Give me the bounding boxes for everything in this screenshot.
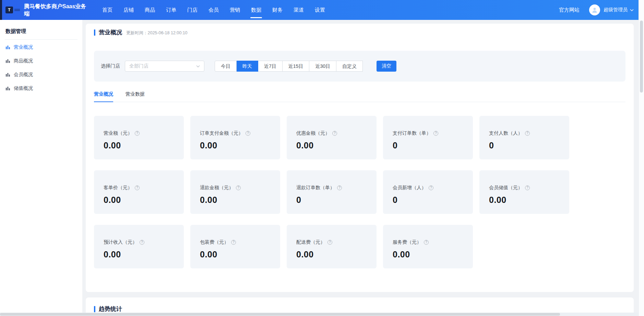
help-icon[interactable]: ? — [332, 131, 337, 136]
help-icon[interactable]: ? — [231, 240, 236, 245]
nav-item-label: 会员 — [208, 7, 219, 13]
nav-item[interactable]: 渠道 — [288, 0, 309, 20]
date-range-button[interactable]: 自定义 — [336, 61, 363, 72]
help-icon[interactable]: ? — [525, 185, 530, 190]
divider — [5, 39, 77, 40]
stat-card-label: 营业额（元） — [104, 130, 132, 136]
app-logo[interactable]: T — [5, 7, 20, 13]
help-icon[interactable]: ? — [327, 240, 332, 245]
vertical-scrollbar-thumb[interactable] — [640, 21, 643, 93]
date-range-button[interactable]: 近30日 — [309, 61, 336, 72]
nav-item-label: 渠道 — [294, 7, 304, 13]
stat-card-value: 0.00 — [296, 141, 371, 150]
nav-item-label: 数据 — [251, 7, 261, 13]
horizontal-scrollbar-thumb[interactable] — [0, 313, 560, 316]
date-range-button[interactable]: 昨天 — [237, 61, 258, 72]
official-site-link[interactable]: 官方网站 — [559, 7, 580, 13]
nav-item[interactable]: 设置 — [309, 0, 331, 20]
sidebar-item[interactable]: 会员概况 — [0, 68, 82, 82]
sidebar: 数据管理 营业概况 商品概况 会员概况 — [0, 20, 82, 316]
help-icon[interactable]: ? — [424, 240, 429, 245]
stat-card-value: 0 — [393, 195, 467, 205]
sidebar-item-label: 储值概况 — [14, 85, 33, 92]
stat-label-row: 营业额（元） ? — [104, 130, 178, 136]
sidebar-item[interactable]: 储值概况 — [0, 82, 82, 95]
stat-label-row: 包装费（元） ? — [200, 239, 275, 245]
clear-button[interactable]: 清空 — [377, 61, 396, 72]
stat-card-value: 0.00 — [200, 250, 275, 259]
nav-item[interactable]: 商品 — [139, 0, 160, 20]
stat-card-label: 预计收入（元） — [104, 239, 137, 245]
logo-subtext — [14, 8, 20, 12]
stat-card: 支付人数（人） ? 0 — [479, 116, 569, 159]
stat-card: 客单价（元） ? 0.00 — [94, 170, 184, 214]
nav-item-label: 首页 — [102, 7, 112, 13]
stat-label-row: 退款订单数（单） ? — [296, 185, 371, 191]
nav-item[interactable]: 首页 — [97, 0, 118, 20]
nav-item[interactable]: 会员 — [203, 0, 224, 20]
help-icon[interactable]: ? — [433, 131, 438, 136]
nav-item[interactable]: 财务 — [267, 0, 288, 20]
page-title: 营业概况 — [99, 28, 122, 36]
nav-item[interactable]: 数据 — [246, 0, 267, 20]
help-icon[interactable]: ? — [236, 185, 241, 190]
nav-item[interactable]: 订单 — [160, 0, 182, 20]
stat-card: 服务费（元） ? 0.00 — [383, 225, 473, 268]
stat-label-row: 订单支付金额（元） ? — [200, 130, 275, 136]
stat-card-value: 0.00 — [393, 250, 467, 259]
help-icon[interactable]: ? — [135, 131, 140, 136]
stat-card-value: 0.00 — [200, 141, 275, 150]
logo-icon: T — [5, 7, 13, 13]
horizontal-scrollbar[interactable] — [0, 313, 639, 316]
tab-bar: 营业概况 营业数据 — [94, 91, 625, 102]
stat-card-value: 0.00 — [104, 195, 178, 205]
date-range-button[interactable]: 近15日 — [283, 61, 310, 72]
help-icon[interactable]: ? — [429, 185, 433, 190]
stat-card-label: 服务费（元） — [393, 239, 421, 245]
vertical-scrollbar[interactable] — [639, 0, 644, 316]
user-name[interactable]: 超级管理员 — [604, 7, 628, 13]
stat-card: 退款金额（元） ? 0.00 — [190, 170, 280, 214]
stat-card-label: 支付人数（人） — [489, 130, 523, 136]
date-range-button[interactable]: 今日 — [215, 61, 237, 72]
nav-item[interactable]: 店铺 — [118, 0, 139, 20]
store-select-value: 全部门店 — [129, 63, 196, 69]
help-icon[interactable]: ? — [135, 185, 140, 190]
nav-item-label: 营销 — [230, 7, 240, 13]
sidebar-item[interactable]: 营业概况 — [0, 40, 82, 54]
bar-chart-icon — [5, 86, 10, 91]
navbar-edge-accent — [0, 0, 2, 20]
sidebar-item[interactable]: 商品概况 — [0, 54, 82, 68]
main-nav: 首页 店铺 商品 订单 门店 会员 营销 — [97, 0, 331, 20]
stat-label-row: 会员储值（元） ? — [489, 185, 564, 191]
chevron-down-icon[interactable] — [630, 9, 634, 11]
tab[interactable]: 营业数据 — [126, 91, 145, 102]
stat-card-label: 客单价（元） — [104, 185, 132, 191]
stat-card-label: 订单支付金额（元） — [200, 130, 243, 136]
avatar[interactable] — [589, 4, 600, 15]
nav-item-label: 商品 — [145, 7, 155, 13]
help-icon[interactable]: ? — [525, 131, 530, 136]
help-icon[interactable]: ? — [246, 131, 250, 136]
date-range-button[interactable]: 近7日 — [258, 61, 283, 72]
tab[interactable]: 营业概况 — [94, 91, 113, 102]
stat-card-value: 0.00 — [296, 250, 371, 259]
date-range-group: 今日 昨天 近7日 近15日 近30日 自定义 — [215, 61, 363, 72]
filter-panel: 选择门店 全部门店 今日 昨天 近7日 近15日 近30日 — [94, 51, 625, 82]
section-header: 营业概况 更新时间：2025-06-18 12:00:10 — [94, 28, 625, 36]
trend-title: 趋势统计 — [99, 305, 122, 313]
nav-item[interactable]: 营销 — [224, 0, 246, 20]
stat-card-value: 0 — [393, 141, 467, 150]
help-icon[interactable]: ? — [140, 240, 144, 245]
stat-card: 会员储值（元） ? 0.00 — [479, 170, 569, 214]
stat-card-value: 0.00 — [200, 195, 275, 205]
stat-card: 支付订单数（单） ? 0 — [383, 116, 473, 159]
stat-label-row: 配送费（元） ? — [296, 239, 371, 245]
nav-item[interactable]: 门店 — [182, 0, 203, 20]
help-icon[interactable]: ? — [337, 185, 342, 190]
stat-label-row: 客单价（元） ? — [104, 185, 178, 191]
store-select[interactable]: 全部门店 — [125, 61, 204, 72]
stat-card: 订单支付金额（元） ? 0.00 — [190, 116, 280, 159]
stat-label-row: 服务费（元） ? — [393, 239, 467, 245]
stat-card: 营业额（元） ? 0.00 — [94, 116, 184, 159]
